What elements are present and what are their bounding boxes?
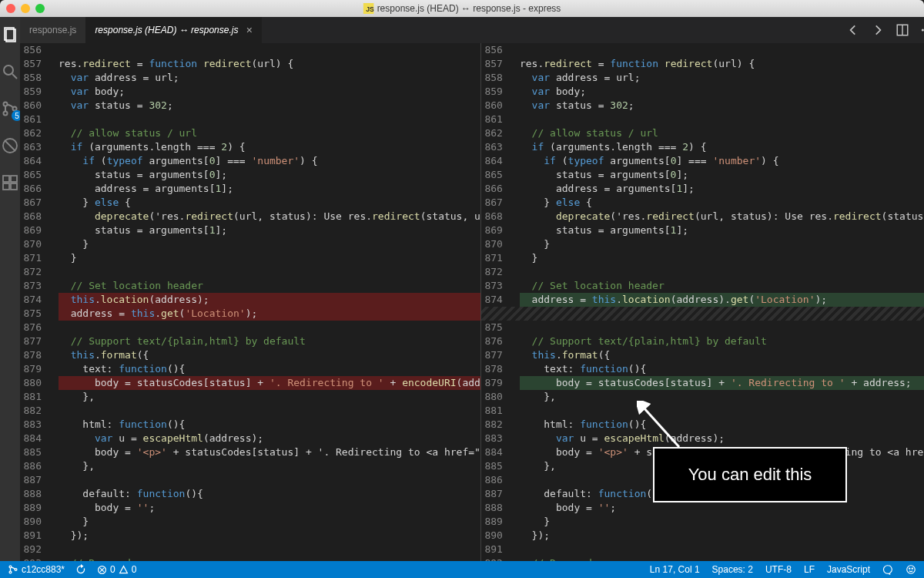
tab-actions [846,17,924,43]
more-actions-icon[interactable] [920,23,924,37]
svg-text:JS: JS [366,5,374,13]
svg-rect-14 [11,183,17,190]
split-editor-icon[interactable] [896,23,909,37]
error-count: 0 [110,564,116,575]
svg-rect-11 [3,176,9,182]
maximize-window-button[interactable] [35,4,45,13]
annotation-callout: You can edit this [653,447,847,502]
svg-point-26 [907,566,916,574]
encoding-status[interactable]: UTF-8 [765,564,792,575]
activity-bar: 5 [0,17,20,561]
mac-titlebar: JS response.js (HEAD) ↔ response.js - ex… [0,0,924,17]
cursor-position[interactable]: Ln 17, Col 1 [650,564,700,575]
smiley-icon[interactable] [906,564,916,575]
line-numbers-right: 8568578588598608618628638648658668678688… [481,43,511,561]
tab-label: response.js (HEAD) ↔ response.js [95,25,238,35]
indentation-status[interactable]: Spaces: 2 [712,564,753,575]
extensions-icon[interactable] [0,173,20,193]
close-window-button[interactable] [6,4,15,13]
tab-diff-response-js[interactable]: response.js (HEAD) ↔ response.js × [85,17,261,43]
tab-label: response.js [29,25,76,35]
status-bar: c12cc883* 0 0 Ln 17, Col 1 Spaces: 2 UTF… [0,561,924,578]
svg-point-7 [4,112,8,116]
svg-rect-12 [11,176,17,182]
minimize-window-button[interactable] [21,4,30,13]
svg-line-5 [12,74,17,79]
svg-point-28 [912,568,912,569]
svg-point-20 [9,566,12,568]
tab-response-js[interactable]: response.js [20,17,85,43]
search-icon[interactable] [0,62,20,82]
svg-point-21 [9,571,12,573]
feedback-icon[interactable] [882,564,893,575]
git-branch-status[interactable]: c12cc883* [8,564,65,575]
svg-point-17 [922,29,924,31]
window-title-text: response.js (HEAD) ↔ response.js - expre… [377,3,561,14]
svg-line-10 [5,140,15,151]
code-left: res.redirect = function redirect(url) { … [49,43,480,561]
problems-status[interactable]: 0 0 [97,564,136,575]
editor-tabs: response.js response.js (HEAD) ↔ respons… [20,17,924,43]
svg-point-4 [4,66,13,75]
nav-back-icon[interactable] [846,23,860,37]
nav-forward-icon[interactable] [871,23,885,37]
window-title: JS response.js (HEAD) ↔ response.js - ex… [363,3,561,14]
line-numbers-left: 8568578588598608618628638648658668678688… [20,43,49,561]
traffic-lights [6,4,45,13]
diff-pane-original[interactable]: 8568578588598608618628638648658668678688… [20,43,481,561]
svg-point-6 [4,102,8,106]
debug-icon[interactable] [0,136,20,156]
svg-rect-13 [3,183,9,190]
close-tab-icon[interactable]: × [246,24,252,36]
eol-status[interactable]: LF [804,564,815,575]
svg-point-27 [909,568,910,569]
language-mode[interactable]: JavaScript [827,564,870,575]
source-control-icon[interactable]: 5 [0,99,20,119]
warning-count: 0 [132,564,137,575]
explorer-icon[interactable] [0,25,20,45]
branch-name: c12cc883* [22,564,65,575]
callout-text: You can edit this [688,465,812,485]
sync-status[interactable] [75,564,86,575]
js-file-icon: JS [363,3,374,14]
